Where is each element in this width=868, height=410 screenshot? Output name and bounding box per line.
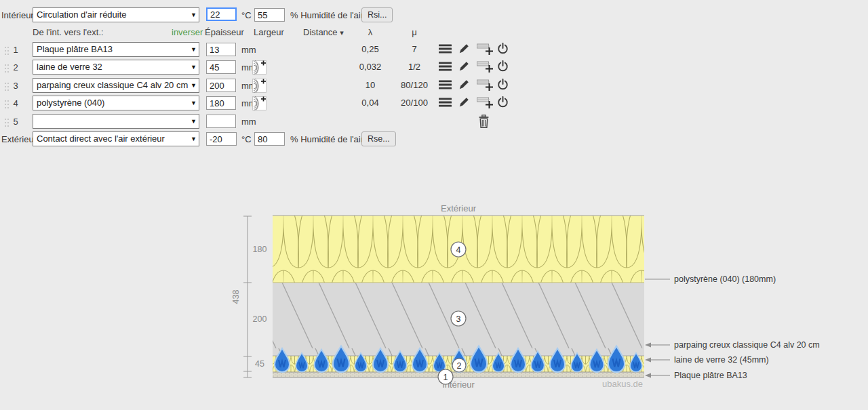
menu-icon[interactable] [439, 43, 452, 54]
unit-label: mm [241, 117, 256, 127]
distance-header[interactable]: Distance ▾ [303, 27, 344, 38]
menu-icon[interactable] [439, 97, 452, 108]
drag-handle[interactable] [4, 82, 9, 91]
mu-value: 20/100 [387, 98, 441, 108]
power-toggle-icon[interactable] [497, 96, 509, 108]
interior-ambiance-select[interactable]: Circulation d'air réduite ▼ [33, 7, 199, 22]
rse-button[interactable]: Rse... [361, 131, 396, 146]
chevron-down-icon: ▼ [191, 82, 197, 89]
power-toggle-icon[interactable] [497, 60, 509, 72]
marker-2: 2 [457, 361, 462, 371]
edit-icon[interactable] [458, 43, 470, 54]
drag-handle[interactable] [4, 64, 9, 73]
menu-icon[interactable] [439, 79, 452, 90]
exterior-temp-unit: °C [241, 134, 252, 145]
width-header: Largeur [254, 27, 284, 38]
unit-label: mm [241, 45, 256, 56]
interior-humidity-label: % Humidité de l'air [290, 10, 363, 21]
exterior-humidity-label: % Humidité de l'air [290, 134, 363, 145]
diagram-exterior-label: Extérieur [441, 203, 477, 213]
insert-row-icon[interactable] [477, 43, 494, 55]
thickness-header: Épaisseur [205, 27, 244, 38]
thickness-input[interactable] [206, 96, 236, 110]
thickness-input[interactable] [206, 115, 236, 128]
add-partition-icon[interactable] [252, 79, 267, 93]
chevron-down-icon: ▼ [191, 64, 197, 70]
material-select[interactable]: parpaing creux classique C4 alv 20 cm ▼ [33, 78, 199, 93]
watermark: ubakus.de [602, 379, 643, 389]
thickness-input[interactable] [206, 79, 236, 92]
leader-arrows [645, 343, 651, 378]
exterior-temperature-input[interactable] [206, 132, 237, 146]
chevron-down-icon: ▼ [191, 136, 197, 142]
annotation-glasswool: laine de verre 32 (45mm) [674, 355, 769, 365]
material-value: Plaque plâtre BA13 [37, 44, 113, 54]
chevron-down-icon: ▼ [191, 46, 197, 53]
ubakus-wall-editor: Intérieur Circulation d'air réduite ▼ °C… [0, 0, 868, 410]
exterior-ambiance-select[interactable]: Contact direct avec l'air extérieur ▼ [33, 131, 199, 146]
material-select[interactable]: polystyrène (040) ▼ [33, 96, 199, 110]
mu-value: 80/120 [387, 80, 441, 90]
add-partition-icon[interactable] [252, 96, 267, 110]
dim-polystyrene: 180 [253, 245, 267, 254]
material-select[interactable]: ▼ [33, 114, 199, 129]
material-value: parpaing creux classique C4 alv 20 cm [37, 80, 188, 90]
exterior-humidity-input[interactable] [254, 132, 285, 146]
dim-glasswool: 45 [255, 359, 264, 369]
layer-row-number: 1 [9, 45, 22, 56]
insert-row-icon[interactable] [477, 79, 494, 91]
interior-label: Intérieur [1, 10, 33, 21]
edit-icon[interactable] [458, 96, 470, 108]
insert-row-icon[interactable] [477, 96, 494, 108]
direction-label: De l'int. vers l'ext.: [33, 27, 104, 38]
plasterboard-layer [273, 372, 644, 377]
marker-1: 1 [443, 373, 448, 382]
add-partition-icon[interactable] [252, 60, 267, 75]
layer-row-number: 4 [9, 98, 22, 109]
layer-row-number: 5 [9, 117, 22, 127]
lambda-header: λ [363, 27, 377, 38]
layer-row-number: 3 [9, 81, 22, 91]
wall-cross-section-diagram: 180 200 45 438 Extérieur Intérieur ubaku… [224, 202, 834, 400]
material-select[interactable]: laine de verre 32 ▼ [33, 60, 199, 75]
menu-icon[interactable] [439, 61, 452, 72]
interior-temperature-input[interactable] [206, 7, 237, 21]
trash-icon[interactable] [478, 115, 490, 129]
rsi-button[interactable]: Rsi... [361, 7, 393, 22]
thickness-input[interactable] [206, 43, 236, 56]
drag-handle[interactable] [4, 46, 9, 56]
mu-value: 7 [387, 44, 441, 54]
material-select[interactable]: Plaque plâtre BA13 ▼ [33, 42, 199, 57]
chevron-down-icon: ▼ [191, 100, 197, 106]
mu-header: μ [408, 27, 421, 38]
power-toggle-icon[interactable] [497, 79, 509, 90]
dimension-line [243, 216, 252, 377]
power-toggle-icon[interactable] [497, 43, 509, 54]
exterior-ambiance-value: Contact direct avec l'air extérieur [37, 134, 165, 144]
thickness-input[interactable] [206, 60, 236, 74]
insert-row-icon[interactable] [477, 60, 494, 73]
chevron-down-icon: ▾ [340, 28, 344, 37]
marker-3: 3 [456, 314, 461, 324]
exterior-label: Extérieur [1, 134, 33, 145]
edit-icon[interactable] [458, 60, 470, 72]
edit-icon[interactable] [458, 79, 470, 90]
chevron-down-icon: ▼ [191, 118, 197, 125]
annotation-masonry: parpaing creux classique C4 alv 20 cm [674, 340, 820, 350]
inverse-link[interactable]: inverser [172, 27, 203, 38]
annotation-polystyrene: polystyrène (040) (180mm) [674, 274, 776, 284]
dim-masonry: 200 [253, 314, 267, 324]
material-value: polystyrène (040) [37, 98, 104, 108]
annotation-plasterboard: Plaque plâtre BA13 [674, 371, 747, 380]
marker-4: 4 [456, 245, 461, 255]
layer-row-number: 2 [9, 62, 22, 73]
interior-humidity-input[interactable] [254, 8, 285, 22]
interior-temp-unit: °C [241, 10, 252, 21]
drag-handle[interactable] [4, 100, 9, 109]
interior-ambiance-value: Circulation d'air réduite [37, 9, 127, 20]
mu-value: 1/2 [387, 62, 441, 72]
distance-header-label: Distance [303, 27, 338, 37]
drag-handle[interactable] [4, 118, 9, 127]
dim-total: 438 [231, 290, 241, 304]
chevron-down-icon: ▼ [191, 12, 197, 18]
